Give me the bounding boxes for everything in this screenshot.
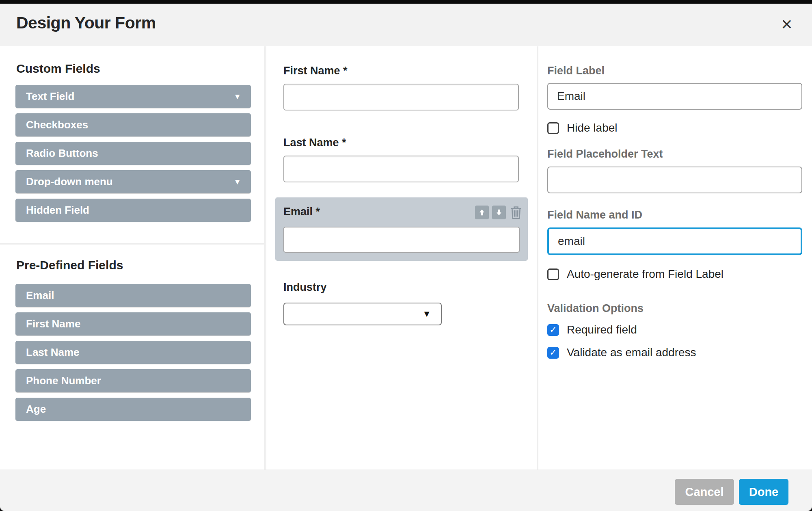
move-field-down-button[interactable]	[492, 206, 506, 219]
palette-item-label: Checkboxes	[26, 119, 88, 131]
hide-label-checkbox[interactable]: ✓	[547, 122, 559, 134]
palette-item-label: Text Field	[26, 90, 74, 103]
palette-item-label: Hidden Field	[26, 204, 89, 217]
delete-field-button[interactable]	[509, 205, 523, 220]
cancel-button[interactable]: Cancel	[675, 479, 734, 505]
checkmark-icon: ✓	[549, 325, 557, 334]
design-form-modal: Design Your Form × Custom Fields Text Fi…	[0, 4, 812, 511]
close-button[interactable]: ×	[775, 13, 798, 35]
field-label-heading: Field Label	[547, 65, 605, 77]
validate-email-checkbox[interactable]: ✓	[547, 347, 559, 359]
palette-item-hidden-field[interactable]: Hidden Field	[15, 199, 251, 222]
auto-generate-option[interactable]: ✓ Auto-generate from Field Label	[547, 268, 723, 281]
palette-item-dropdown-menu[interactable]: Drop-down menu ▼	[15, 170, 251, 193]
field-label-input[interactable]	[547, 83, 802, 110]
background-page-strip	[0, 0, 812, 4]
selected-field-actions	[475, 205, 523, 220]
required-field-option[interactable]: ✓ Required field	[547, 323, 637, 336]
field-settings-panel: Field Label ✓ Hide label Field Placehold…	[538, 46, 812, 470]
move-field-up-button[interactable]	[475, 206, 489, 219]
preview-last-name-label: Last Name *	[283, 136, 346, 149]
palette-item-text-field[interactable]: Text Field ▼	[15, 85, 251, 108]
preview-email-input	[283, 227, 520, 253]
preview-email-label: Email *	[283, 206, 320, 218]
palette-item-label: Email	[26, 289, 54, 302]
palette-item-label: Last Name	[26, 346, 80, 359]
arrow-up-icon	[478, 209, 486, 216]
palette-item-label: Phone Number	[26, 375, 101, 387]
caret-down-icon: ▼	[233, 177, 241, 186]
palette-item-label: Age	[26, 403, 46, 416]
preview-last-name-field[interactable]	[283, 156, 519, 182]
palette-item-radio-buttons[interactable]: Radio Buttons	[15, 142, 251, 165]
palette-item-label: First Name	[26, 318, 80, 330]
modal-footer: Cancel Done	[0, 470, 812, 511]
modal-header: Design Your Form ×	[0, 4, 812, 43]
modal-title: Design Your Form	[16, 13, 156, 32]
predefined-item-phone-number[interactable]: Phone Number	[15, 369, 251, 392]
validation-options-heading: Validation Options	[547, 302, 644, 315]
field-name-id-heading: Field Name and ID	[547, 209, 642, 221]
arrow-down-icon	[495, 209, 503, 216]
validate-email-option[interactable]: ✓ Validate as email address	[547, 346, 696, 359]
placeholder-heading: Field Placeholder Text	[547, 148, 663, 160]
caret-down-icon: ▼	[233, 92, 241, 101]
validate-email-text: Validate as email address	[567, 346, 696, 359]
preview-industry-select[interactable]: ▼	[283, 303, 442, 325]
palette-item-label: Radio Buttons	[26, 147, 98, 160]
palette-item-label: Drop-down menu	[26, 175, 113, 188]
field-placeholder-input[interactable]	[547, 167, 802, 193]
section-divider	[0, 243, 264, 245]
form-preview-panel: First Name * Last Name * Email *	[266, 46, 537, 470]
preview-industry-label: Industry	[283, 281, 327, 294]
preview-email-field-selected[interactable]: Email *	[275, 197, 528, 261]
custom-fields-list: Text Field ▼ Checkboxes Radio Buttons Dr…	[15, 85, 251, 222]
hide-label-option[interactable]: ✓ Hide label	[547, 121, 618, 134]
caret-down-icon: ▼	[422, 309, 431, 319]
checkmark-icon: ✓	[549, 348, 557, 357]
preview-first-name-label: First Name *	[283, 65, 348, 77]
predefined-fields-heading: Pre-Defined Fields	[16, 258, 123, 272]
predefined-item-first-name[interactable]: First Name	[15, 312, 251, 336]
auto-generate-text: Auto-generate from Field Label	[567, 268, 723, 281]
predefined-item-last-name[interactable]: Last Name	[15, 341, 251, 364]
palette-item-checkboxes[interactable]: Checkboxes	[15, 113, 251, 136]
close-icon: ×	[782, 13, 793, 35]
field-name-id-input[interactable]	[547, 227, 802, 255]
required-field-checkbox[interactable]: ✓	[547, 324, 559, 336]
predefined-item-email[interactable]: Email	[15, 284, 251, 307]
custom-fields-heading: Custom Fields	[16, 62, 100, 76]
predefined-fields-list: Email First Name Last Name Phone Number …	[15, 284, 251, 421]
trash-icon	[510, 205, 522, 220]
required-field-text: Required field	[567, 323, 637, 336]
predefined-item-age[interactable]: Age	[15, 398, 251, 421]
auto-generate-checkbox[interactable]: ✓	[547, 268, 559, 280]
done-button[interactable]: Done	[739, 479, 788, 505]
preview-first-name-field[interactable]	[283, 84, 519, 110]
hide-label-text: Hide label	[567, 121, 618, 134]
fields-palette-panel: Custom Fields Text Field ▼ Checkboxes Ra…	[0, 46, 264, 470]
